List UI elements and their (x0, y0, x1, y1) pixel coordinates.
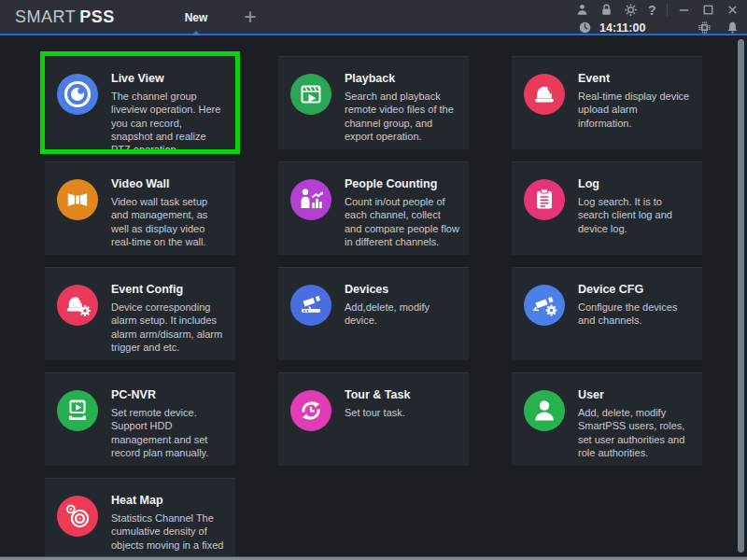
tile-device-cfg[interactable]: Device CFG Configure the devices and cha… (512, 267, 702, 360)
device-status-icon[interactable] (697, 21, 712, 35)
tile-title: PC-NVR (111, 388, 226, 401)
tile-desc: Device corresponding alarm setup. It inc… (111, 301, 226, 354)
playback-icon (290, 74, 331, 115)
event-icon (524, 74, 565, 115)
titlebar-icon-row: ? (575, 2, 740, 18)
tile-log[interactable]: Log Log search. It is to search client l… (512, 161, 702, 255)
tile-live-view[interactable]: Live View The channel group liveview ope… (45, 56, 235, 149)
event-config-icon (57, 285, 98, 326)
tile-devices[interactable]: Devices Add,delete, modify device. (278, 267, 469, 360)
live-view-icon (57, 74, 98, 115)
minimize-button[interactable] (677, 3, 691, 18)
titlebar-right: ? 14:11:00 (575, 2, 740, 35)
tile-title: Log (578, 177, 693, 190)
tile-title: Event Config (111, 283, 226, 296)
tile-desc: Set remote device. Support HDD managemen… (111, 406, 226, 459)
tile-title: Live View (111, 72, 226, 85)
gear-icon[interactable] (624, 3, 638, 18)
heat-map-icon (57, 496, 98, 537)
tile-event[interactable]: Event Real-time display device upload al… (512, 56, 702, 149)
video-wall-icon (57, 179, 98, 220)
tile-title: Playback (345, 72, 459, 85)
titlebar: SMARTPSS New + ? (0, 0, 747, 35)
bottom-window-edge (0, 556, 747, 560)
tile-desc: Set tour task. (345, 406, 410, 419)
tile-desc: Video wall task setup and management, as… (111, 195, 226, 248)
content-area: Live View The channel group liveview ope… (0, 35, 747, 558)
tile-desc: Add, delete, modify SmartPSS users, role… (578, 406, 693, 459)
time-display: 14:11:00 (599, 21, 645, 35)
app-logo: SMARTPSS (15, 7, 115, 27)
add-tab-button[interactable]: + (237, 4, 263, 30)
tile-people-counting[interactable]: People Counting Count in/out people of e… (278, 161, 469, 255)
logo-smart: SMART (15, 7, 76, 26)
tile-pc-nvr[interactable]: PC-NVR Set remote device. Support HDD ma… (45, 372, 235, 466)
tile-playback[interactable]: Playback Search and playback remote vide… (278, 56, 469, 149)
help-icon[interactable]: ? (648, 3, 656, 18)
tile-desc: Add,delete, modify device. (345, 301, 459, 328)
close-button[interactable] (726, 3, 740, 18)
pc-nvr-icon (57, 390, 98, 431)
tile-desc: Log search. It is to search client log a… (578, 195, 693, 235)
alarm-bell-icon[interactable] (725, 21, 740, 35)
tile-desc: The channel group liveview operation. He… (111, 90, 226, 149)
tile-title: Tour & Task (345, 388, 410, 401)
devices-icon (290, 285, 331, 326)
app-window: SMARTPSS New + ? (0, 0, 747, 560)
tab-new-label: New (185, 11, 208, 24)
tour-task-icon (290, 390, 331, 431)
tile-title: Event (578, 72, 693, 85)
tile-grid: Live View The channel group liveview ope… (0, 35, 747, 558)
tile-title: User (578, 388, 693, 401)
tile-heat-map[interactable]: Heat Map Statistics Channel The cumulati… (45, 478, 235, 558)
device-cfg-icon (524, 285, 565, 326)
user-tile-icon (524, 390, 565, 431)
tile-desc: Configure the devices and channels. (578, 301, 693, 328)
tile-title: Devices (345, 283, 459, 296)
lock-icon[interactable] (599, 3, 613, 18)
tile-event-config[interactable]: Event Config Device corresponding alarm … (45, 267, 235, 360)
log-icon (524, 179, 565, 220)
tile-title: Video Wall (111, 177, 226, 190)
tile-title: Heat Map (111, 494, 226, 507)
tile-title: Device CFG (578, 283, 693, 296)
logo-pss: PSS (79, 7, 115, 26)
tile-tour-task[interactable]: Tour & Task Set tour task. (278, 372, 469, 466)
tile-desc: Statistics Channel The cumulative densit… (111, 511, 226, 558)
clock-icon (577, 21, 592, 35)
tile-desc: Search and playback remote video files o… (345, 90, 459, 143)
tile-user[interactable]: User Add, delete, modify SmartPSS users,… (512, 372, 702, 466)
titlebar-status-row: 14:11:00 (575, 20, 740, 35)
vertical-scrollbar[interactable] (738, 39, 744, 553)
tile-video-wall[interactable]: Video Wall Video wall task setup and man… (45, 161, 235, 255)
user-icon[interactable] (575, 3, 589, 18)
tile-desc: Count in/out people of each channel, col… (345, 195, 459, 248)
people-counting-icon (290, 179, 331, 220)
maximize-button[interactable] (701, 3, 715, 18)
tile-title: People Counting (345, 177, 459, 190)
tile-desc: Real-time display device upload alarm in… (578, 90, 693, 130)
